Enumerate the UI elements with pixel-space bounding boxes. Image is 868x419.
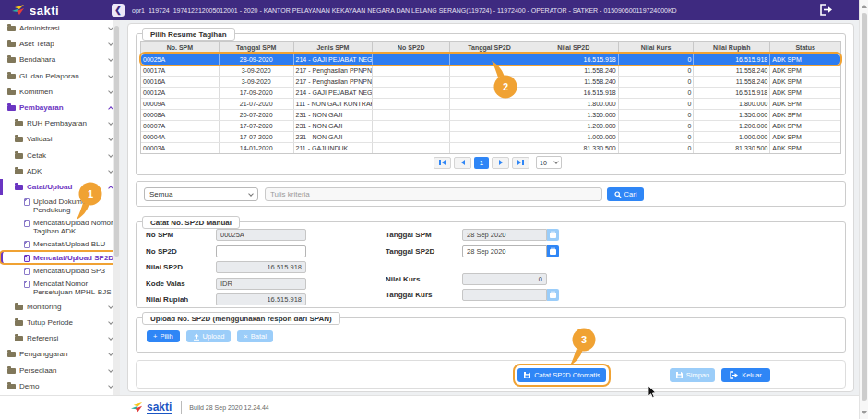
sidebar-item-label: Mencatat/Upload BLU <box>33 240 115 248</box>
sidebar-item-cetak[interactable]: Cetak <box>0 148 119 163</box>
chevron-down-icon[interactable] <box>108 57 113 63</box>
spm-table-header: No. SPMTanggal SPMJenis SPMNo SP2DTangga… <box>141 42 840 54</box>
pagination-last-button[interactable] <box>512 157 529 169</box>
sidebar-item-label: Pembayaran <box>19 103 105 112</box>
table-cell: 214 - GAJI PEJABAT NEGARA <box>294 88 374 98</box>
catat-sp2d-otomatis-button[interactable]: Catat SP2D Otomatis <box>517 368 606 382</box>
keluar-button[interactable]: Keluar <box>721 368 770 382</box>
table-row[interactable]: 00007A17-07-2020231 - NON GAJI1.200.0000… <box>141 120 840 131</box>
sidebar-item-tutup-periode[interactable]: Tutup Periode <box>0 315 119 330</box>
table-cell: ADK SPM <box>770 99 840 109</box>
column-header[interactable]: Jenis SPM <box>294 42 374 54</box>
column-header[interactable]: No SP2D <box>373 42 450 54</box>
column-header[interactable]: Nilai SP2D <box>529 42 619 54</box>
logout-button[interactable] <box>819 4 833 18</box>
batal-button[interactable]: ×Batal <box>237 330 273 342</box>
table-row[interactable]: 00008A20-07-2020231 - NON GAJI1.350.0000… <box>141 109 840 120</box>
sidebar-item-penganggaran[interactable]: Penganggaran <box>0 346 119 362</box>
sidebar-item-gl-dan-pelaporan[interactable]: GL dan Pelaporan <box>0 68 119 84</box>
vertical-scrollbar[interactable] <box>859 0 868 419</box>
page-size-select[interactable]: 10 <box>536 156 562 169</box>
chevron-down-icon <box>553 159 559 164</box>
chevron-down-icon[interactable] <box>108 89 113 94</box>
chevron-down-icon[interactable] <box>108 120 113 126</box>
back-button[interactable]: ❮ <box>112 4 125 17</box>
column-header[interactable]: Tanggal SP2D <box>450 42 529 54</box>
pilih-button[interactable]: +Pilih <box>147 330 180 342</box>
simpan-button[interactable]: Simpan <box>670 368 715 382</box>
no-sp2d-field[interactable] <box>216 245 306 257</box>
footer-logo[interactable]: sakti <box>130 401 172 414</box>
sidebar-item-adk[interactable]: ADK <box>0 163 119 179</box>
chevron-down-icon[interactable] <box>108 168 113 174</box>
sidebar-item-bendahara[interactable]: Bendahara <box>0 52 119 67</box>
sidebar-item-demo[interactable]: Demo <box>0 378 119 394</box>
table-row[interactable]: 00016A3-09-2020217 - Penghasilan PPNPN I… <box>141 76 840 87</box>
sidebar-item-komitmen[interactable]: Komitmen <box>0 84 119 100</box>
column-header[interactable]: Nilai Kurs <box>619 42 695 54</box>
sidebar-item-label: Referensi <box>27 334 105 342</box>
vertical-scrollbar-thumb[interactable] <box>862 13 867 401</box>
table-row[interactable]: 00025A28-09-2020214 - GAJI PEJABAT NEGAR… <box>141 54 840 65</box>
tanggal-sp2d-calendar-button[interactable] <box>547 245 559 257</box>
chevron-down-icon[interactable] <box>108 25 113 30</box>
sidebar-item-referensi[interactable]: Referensi <box>0 330 119 346</box>
chevron-down-icon[interactable] <box>108 383 113 389</box>
table-row[interactable]: 00003A14-01-2020211 - GAJI INDUK81.330.5… <box>141 142 840 153</box>
sidebar-item-mencatat-upload-sp3[interactable]: Mencatat/Upload SP3 <box>0 264 119 277</box>
sidebar-item-ruh-pembayaran[interactable]: RUH Pembayaran <box>0 115 119 131</box>
calendar-icon <box>549 247 557 256</box>
upload-button[interactable]: Upload <box>186 330 232 342</box>
pagination-current-page[interactable]: 1 <box>474 157 489 169</box>
column-header[interactable]: Nilai Rupiah <box>694 42 770 54</box>
chevron-up-icon[interactable] <box>108 186 113 191</box>
table-cell <box>450 110 529 120</box>
chevron-down-icon[interactable] <box>108 367 113 373</box>
sidebar-item-persediaan[interactable]: Persediaan <box>0 363 119 378</box>
page: sakti ❮ opr1_119724_197412212005012001 -… <box>0 0 868 419</box>
scroll-up-icon[interactable] <box>862 5 867 8</box>
table-row[interactable]: 00004A17-07-2020231 - NON GAJI1.000.0000… <box>141 131 840 142</box>
chevron-down-icon[interactable] <box>108 351 113 356</box>
search-criteria-input[interactable] <box>265 187 602 201</box>
sidebar-scrollbar-thumb[interactable] <box>114 26 119 257</box>
chevron-down-icon[interactable] <box>108 319 113 325</box>
app-logo: sakti <box>0 4 109 18</box>
sidebar-scrollbar[interactable] <box>113 20 120 395</box>
search-filter-select[interactable]: Semua <box>144 187 258 201</box>
sidebar-item-mencatat-upload-nomor-tagihan-adk[interactable]: Mencatat/Upload Nomor Tagihan ADK <box>0 216 119 237</box>
chevron-down-icon <box>248 191 254 197</box>
table-cell: ADK SPM <box>770 143 840 153</box>
sidebar-item-mencatat-upload-sp2d[interactable]: Mencatat/Upload SP2D <box>0 251 119 264</box>
sidebar-item-upload-dokumen-pendukung[interactable]: Upload Dokumen Pendukung <box>0 195 119 216</box>
pagination-prev-button[interactable] <box>454 157 471 169</box>
chevron-down-icon[interactable] <box>108 335 113 341</box>
table-row[interactable]: 00009A21-07-2020111 - NON GAJI KONTRAKTU… <box>141 98 840 109</box>
column-header[interactable]: Tanggal SPM <box>220 42 294 54</box>
column-header[interactable]: Status <box>770 42 840 54</box>
chevron-up-icon[interactable] <box>108 106 113 112</box>
chevron-down-icon[interactable] <box>108 41 113 46</box>
tanggal-sp2d-field[interactable] <box>462 245 547 257</box>
sidebar-item-label: Komitmen <box>19 88 105 96</box>
sidebar-item-pembayaran[interactable]: Pembayaran <box>0 100 119 115</box>
sidebar-item-validasi[interactable]: Validasi <box>0 131 119 147</box>
sidebar-item-aset-tetap[interactable]: Aset Tetap <box>0 36 119 52</box>
table-row[interactable]: 00017A3-09-2020217 - Penghasilan PPNPN I… <box>141 65 840 76</box>
table-row[interactable]: 00012A17-09-2020214 - GAJI PEJABAT NEGAR… <box>141 87 840 98</box>
pagination-next-button[interactable] <box>492 157 509 169</box>
kode-valas-field <box>216 278 306 290</box>
chevron-down-icon[interactable] <box>108 304 113 309</box>
cari-button[interactable]: Cari <box>607 187 644 201</box>
sidebar-item-mencatat-nomor-persetujuan-mphl-bjs[interactable]: Mencatat Nomor Persetujuan MPHL-BJS <box>0 277 119 298</box>
column-header[interactable]: No. SPM <box>141 42 220 54</box>
chevron-down-icon[interactable] <box>108 152 113 158</box>
chevron-down-icon[interactable] <box>108 73 113 78</box>
sidebar-item-administrasi[interactable]: Administrasi <box>0 20 119 36</box>
pagination-first-button[interactable] <box>434 157 451 169</box>
scroll-down-icon[interactable] <box>862 411 867 414</box>
chevron-down-icon[interactable] <box>108 136 113 141</box>
sidebar-item-monitoring[interactable]: Monitoring <box>0 299 119 315</box>
sidebar-item-mencatat-upload-blu[interactable]: Mencatat/Upload BLU <box>0 238 119 251</box>
sidebar-item-catat-upload[interactable]: Catat/Upload <box>0 179 119 195</box>
